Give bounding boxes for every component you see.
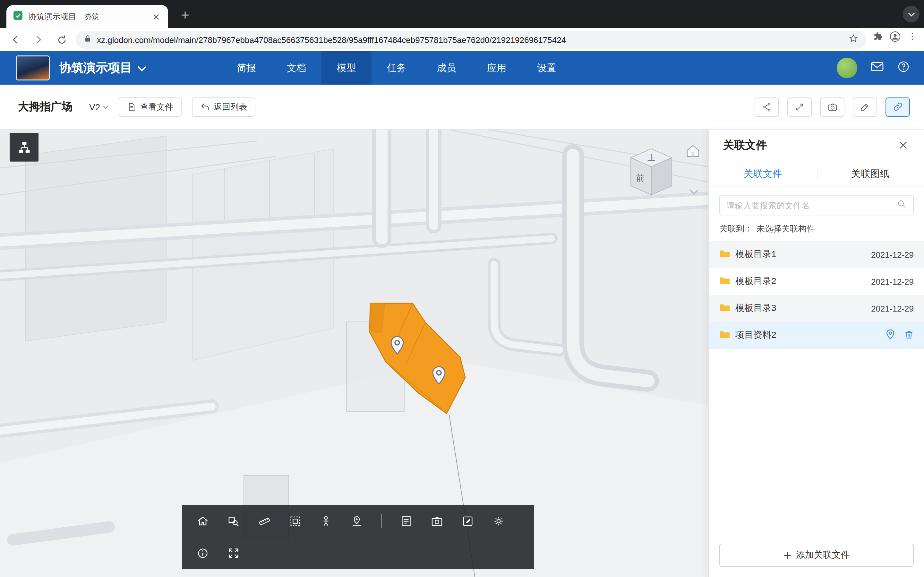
tab-linked-files[interactable]: 关联文件 [709,160,817,187]
panel-close-icon[interactable] [896,138,910,152]
file-name: 模板目录3 [735,303,866,314]
view-file-label: 查看文件 [140,101,173,113]
measure-button[interactable] [787,97,812,116]
measure-icon[interactable] [258,515,271,528]
app-header: 协筑演示项目 简报 文档 模型 任务 成员 应用 设置 [0,51,924,85]
share-button[interactable] [754,97,779,116]
user-avatar[interactable] [837,58,857,78]
settings-gear-icon[interactable] [492,515,505,528]
markup-pen-icon[interactable] [461,515,474,528]
snapshot-button[interactable] [820,97,845,116]
nav-item-model[interactable]: 模型 [321,51,372,85]
cube-top-label: 上 [648,153,655,162]
file-row-3[interactable]: 模板目录3 2021-12-29 [709,295,924,322]
browser-menu-kebab-icon[interactable] [907,31,918,44]
locate-pin-icon[interactable] [885,329,895,342]
file-name: 模板目录2 [735,276,866,287]
linked-to-value: 未选择关联构件 [756,223,815,235]
folder-icon [719,249,730,260]
panel-tabs: 关联文件 关联图纸 [709,160,924,187]
file-search-box [719,195,914,215]
info-icon[interactable] [196,547,209,560]
delete-trash-icon[interactable] [904,329,914,342]
screen: 协筑演示项目 - 协筑 xz. [0,0,924,577]
nav-item-apps[interactable]: 应用 [472,51,522,85]
waypoint-pin-icon[interactable] [351,515,363,528]
tab-close-icon[interactable] [150,11,162,23]
file-name: 模板目录1 [735,249,866,260]
cube-front-label: 前 [636,173,645,183]
omnibox[interactable]: xz.glodon.com/model/main/278b7967ebba470… [76,31,866,49]
version-selector[interactable]: V2 [89,102,108,112]
browser-address-bar: xz.glodon.com/model/main/278b7967ebba470… [0,28,924,51]
panel-title: 关联文件 [723,137,896,152]
folder-icon [719,276,730,287]
browser-tab[interactable]: 协筑演示项目 - 协筑 [6,5,168,28]
file-date: 2021-12-29 [871,277,914,286]
file-date: 2021-12-29 [871,303,914,313]
profile-avatar-icon[interactable] [889,31,901,45]
view-file-button[interactable]: 查看文件 [119,97,182,116]
project-title-text: 协筑演示项目 [59,60,132,76]
navigation-cube[interactable]: 上 前 [626,142,677,201]
folder-icon [719,303,730,314]
nav-item-settings[interactable]: 设置 [522,51,572,85]
lock-icon[interactable] [83,34,92,45]
bookmark-star-icon[interactable] [848,33,859,46]
nav-item-documents[interactable]: 文档 [271,51,321,85]
cube-chevron-down-icon[interactable] [689,186,699,197]
nav-item-tasks[interactable]: 任务 [372,51,422,85]
viewer-toolbar [182,505,534,569]
back-to-list-label: 返回列表 [214,101,247,113]
fullscreen-icon[interactable] [227,547,240,560]
help-icon[interactable] [897,60,910,76]
back-icon[interactable] [6,31,24,49]
tab-divider [817,169,817,179]
new-tab-button[interactable] [177,7,192,23]
tab-title: 协筑演示项目 - 协筑 [28,11,145,22]
file-row-1[interactable]: 模板目录1 2021-12-29 [709,241,924,268]
home-icon[interactable] [196,515,209,528]
component-list-icon[interactable] [400,515,413,528]
linked-files-panel: 关联文件 关联文件 关联图纸 关联到： 未选择关联构件 [708,129,924,577]
reload-icon[interactable] [53,31,71,49]
tab-linked-drawings[interactable]: 关联图纸 [817,160,924,187]
project-logo[interactable] [17,56,49,79]
forward-icon[interactable] [29,31,47,49]
model-toolbar: 大拇指广场 V2 查看文件 返回列表 [0,85,924,129]
camera-icon[interactable] [431,515,443,528]
model-tree-button[interactable] [10,133,39,161]
back-to-list-button[interactable]: 返回列表 [192,97,255,116]
model-name: 大拇指广场 [18,99,73,114]
link-files-button[interactable] [885,97,910,116]
mail-icon[interactable] [870,61,884,75]
folder-icon [719,330,730,341]
walkthrough-person-icon[interactable] [320,515,333,528]
file-name: 项目资料2 [735,330,880,341]
search-icon[interactable] [897,199,907,211]
file-row-4-selected[interactable]: 项目资料2 [709,322,924,349]
nav-item-members[interactable]: 成员 [422,51,472,85]
add-linked-file-button[interactable]: 添加关联文件 [719,544,914,567]
nav-item-briefing[interactable]: 简报 [221,51,271,85]
version-label: V2 [89,102,100,112]
zoom-select-icon[interactable] [227,515,240,528]
add-linked-file-label: 添加关联文件 [796,550,850,561]
linked-to-label: 关联到： [719,223,753,235]
project-title[interactable]: 协筑演示项目 [59,51,146,85]
main-nav: 简报 文档 模型 任务 成员 应用 设置 [221,51,572,85]
home-view-icon[interactable] [685,143,701,160]
section-box-icon[interactable] [289,515,302,528]
file-row-2[interactable]: 模板目录2 2021-12-29 [709,268,924,295]
main-content: 上 前 [0,129,924,577]
model-viewport[interactable]: 上 前 [0,129,708,577]
file-date: 2021-12-29 [871,250,914,259]
toolbar-divider [381,514,382,528]
file-search-input[interactable] [726,200,893,210]
chevron-down-icon [137,61,146,75]
annotate-button[interactable] [853,97,877,116]
tab-search-button[interactable] [903,6,919,23]
url-text[interactable]: xz.glodon.com/model/main/278b7967ebba470… [97,35,843,45]
browser-tab-strip: 协筑演示项目 - 协筑 [0,0,924,28]
extensions-puzzle-icon[interactable] [873,31,883,44]
